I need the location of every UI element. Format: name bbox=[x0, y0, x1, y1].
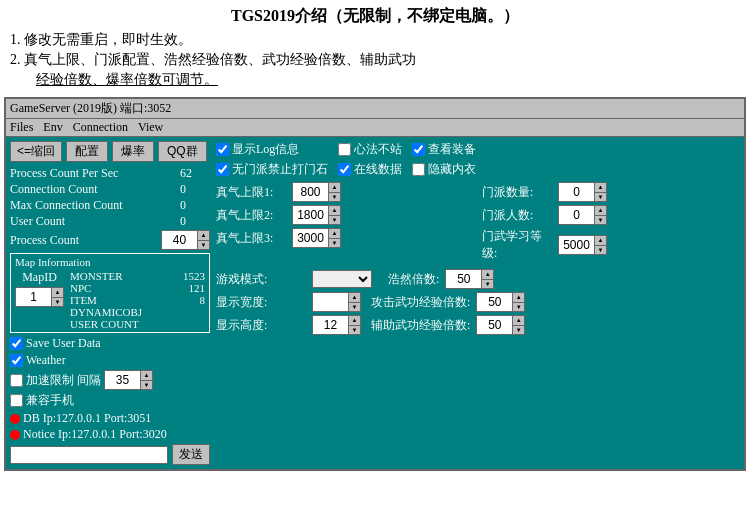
display-height-input[interactable] bbox=[313, 316, 348, 334]
game-mode-select[interactable] bbox=[312, 270, 372, 288]
menwu-level-input[interactable] bbox=[559, 236, 594, 254]
notice-status-dot bbox=[10, 430, 20, 440]
menpai-count-spinner[interactable]: ▲ ▼ bbox=[558, 182, 607, 202]
assist-exp-spinner[interactable]: ▲ ▼ bbox=[476, 315, 525, 335]
display-height-spinner[interactable]: ▲ ▼ bbox=[312, 315, 361, 335]
zhenqi-label-3: 真气上限3: bbox=[216, 230, 286, 247]
db-ip: Ip:127.0.0.1 bbox=[43, 411, 101, 426]
display-height-dn[interactable]: ▼ bbox=[348, 326, 360, 335]
zhenqi-input-1[interactable] bbox=[293, 183, 328, 201]
menwu-level-spinner[interactable]: ▲ ▼ bbox=[558, 235, 607, 255]
zhenqi-label-1: 真气上限1: bbox=[216, 184, 286, 201]
mapid-input[interactable] bbox=[16, 288, 51, 306]
menpai-people-up[interactable]: ▲ bbox=[594, 206, 606, 216]
mapid-dn[interactable]: ▼ bbox=[51, 298, 63, 307]
zhenqi-input-2[interactable] bbox=[293, 206, 328, 224]
display-height-up[interactable]: ▲ bbox=[348, 316, 360, 326]
map-info-group: Map Information MapID ▲ ▼ bbox=[10, 253, 210, 333]
menu-connection[interactable]: Connection bbox=[73, 120, 128, 135]
zhenqi-1-dn[interactable]: ▼ bbox=[328, 193, 340, 202]
process-count-input[interactable] bbox=[162, 231, 197, 249]
haoran-up[interactable]: ▲ bbox=[481, 270, 493, 280]
command-input[interactable] bbox=[10, 446, 168, 464]
zhenqi-input-3[interactable] bbox=[293, 229, 328, 247]
menwu-level-dn[interactable]: ▼ bbox=[594, 246, 606, 255]
display-width-spinner[interactable]: ▲ ▼ bbox=[312, 292, 361, 312]
accel-row: 加速限制 间隔 ▲ ▼ bbox=[10, 370, 210, 390]
map-stat-dynamicobj: DYNAMICOBJ bbox=[70, 306, 205, 318]
interval-input[interactable] bbox=[105, 371, 140, 389]
zhenqi-2-up[interactable]: ▲ bbox=[328, 206, 340, 216]
haoran-dn[interactable]: ▼ bbox=[481, 280, 493, 289]
menpai-count-input[interactable] bbox=[559, 183, 594, 201]
retract-button[interactable]: <=缩回 bbox=[10, 141, 62, 162]
zhenqi-3-up[interactable]: ▲ bbox=[328, 229, 340, 239]
menu-view[interactable]: View bbox=[138, 120, 163, 135]
cb-check-equip: 查看装备 bbox=[412, 141, 476, 158]
menpai-people-spinner[interactable]: ▲ ▼ bbox=[558, 205, 607, 225]
interval-spinner[interactable]: ▲ ▼ bbox=[104, 370, 153, 390]
log-info-checkbox[interactable] bbox=[216, 143, 229, 156]
haoran-input[interactable] bbox=[446, 270, 481, 288]
accel-checkbox[interactable] bbox=[10, 374, 23, 387]
mapid-up[interactable]: ▲ bbox=[51, 288, 63, 298]
menu-env[interactable]: Env bbox=[43, 120, 62, 135]
hide-innercloth-checkbox[interactable] bbox=[412, 163, 425, 176]
db-status-row: DB Ip:127.0.0.1 Port:3051 bbox=[10, 411, 210, 426]
process-per-sec-value: 62 bbox=[180, 166, 210, 181]
send-button[interactable]: 发送 bbox=[172, 444, 210, 465]
map-stat-usercount: USER COUNT bbox=[70, 318, 205, 330]
xinfa-checkbox[interactable] bbox=[338, 143, 351, 156]
menu-files[interactable]: Files bbox=[10, 120, 33, 135]
game-window: GameServer (2019版) 端口:3052 Files Env Con… bbox=[4, 97, 746, 471]
zhenqi-1-up[interactable]: ▲ bbox=[328, 183, 340, 193]
menwu-level-up[interactable]: ▲ bbox=[594, 236, 606, 246]
interval-up[interactable]: ▲ bbox=[140, 371, 152, 381]
user-count-row: User Count 0 bbox=[10, 214, 210, 229]
display-width-row: 显示宽度: ▲ ▼ 攻击武功经验倍数: ▲ ▼ bbox=[216, 292, 740, 312]
no-sect-ban-checkbox[interactable] bbox=[216, 163, 229, 176]
explode-button[interactable]: 爆率 bbox=[112, 141, 154, 162]
user-count-value: 0 bbox=[180, 214, 210, 229]
display-width-input[interactable] bbox=[313, 293, 348, 311]
menpai-col: 门派数量: ▲ ▼ 门派人数: bbox=[482, 182, 740, 265]
online-data-checkbox[interactable] bbox=[338, 163, 351, 176]
db-label: DB bbox=[23, 411, 40, 426]
assist-exp-up[interactable]: ▲ bbox=[512, 316, 524, 326]
assist-exp-input[interactable] bbox=[477, 316, 512, 334]
display-width-dn[interactable]: ▼ bbox=[348, 303, 360, 312]
qq-button[interactable]: QQ群 bbox=[158, 141, 207, 162]
menpai-people-input[interactable] bbox=[559, 206, 594, 224]
dynamicobj-label: DYNAMICOBJ bbox=[70, 306, 142, 318]
mapid-spinner[interactable]: ▲ ▼ bbox=[15, 287, 64, 307]
attack-exp-up[interactable]: ▲ bbox=[512, 293, 524, 303]
config-button[interactable]: 配置 bbox=[66, 141, 108, 162]
haoran-spinner[interactable]: ▲ ▼ bbox=[445, 269, 494, 289]
log-info-label: 显示Log信息 bbox=[232, 141, 299, 158]
check-equip-checkbox[interactable] bbox=[412, 143, 425, 156]
input-area: 发送 bbox=[10, 444, 210, 465]
weather-checkbox[interactable] bbox=[10, 354, 23, 367]
connection-count-row: Connection Count 0 bbox=[10, 182, 210, 197]
compat-phone-checkbox[interactable] bbox=[10, 394, 23, 407]
process-count-spinner[interactable]: ▲ ▼ bbox=[161, 230, 210, 250]
bottom-rows: 游戏模式: 浩然倍数: ▲ ▼ 显示宽度: bbox=[216, 269, 740, 335]
zhenqi-spinner-2[interactable]: ▲ ▼ bbox=[292, 205, 341, 225]
display-width-up[interactable]: ▲ bbox=[348, 293, 360, 303]
connection-count-value: 0 bbox=[180, 182, 210, 197]
process-count-up[interactable]: ▲ bbox=[197, 231, 209, 241]
zhenqi-spinner-3[interactable]: ▲ ▼ bbox=[292, 228, 341, 248]
attack-exp-input[interactable] bbox=[477, 293, 512, 311]
attack-exp-spinner[interactable]: ▲ ▼ bbox=[476, 292, 525, 312]
assist-exp-dn[interactable]: ▼ bbox=[512, 326, 524, 335]
zhenqi-3-dn[interactable]: ▼ bbox=[328, 239, 340, 248]
interval-dn[interactable]: ▼ bbox=[140, 381, 152, 390]
zhenqi-spinner-1[interactable]: ▲ ▼ bbox=[292, 182, 341, 202]
process-count-dn[interactable]: ▼ bbox=[197, 241, 209, 250]
zhenqi-2-dn[interactable]: ▼ bbox=[328, 216, 340, 225]
menpai-count-dn[interactable]: ▼ bbox=[594, 193, 606, 202]
menpai-people-dn[interactable]: ▼ bbox=[594, 216, 606, 225]
attack-exp-dn[interactable]: ▼ bbox=[512, 303, 524, 312]
save-user-data-checkbox[interactable] bbox=[10, 337, 23, 350]
menpai-count-up[interactable]: ▲ bbox=[594, 183, 606, 193]
